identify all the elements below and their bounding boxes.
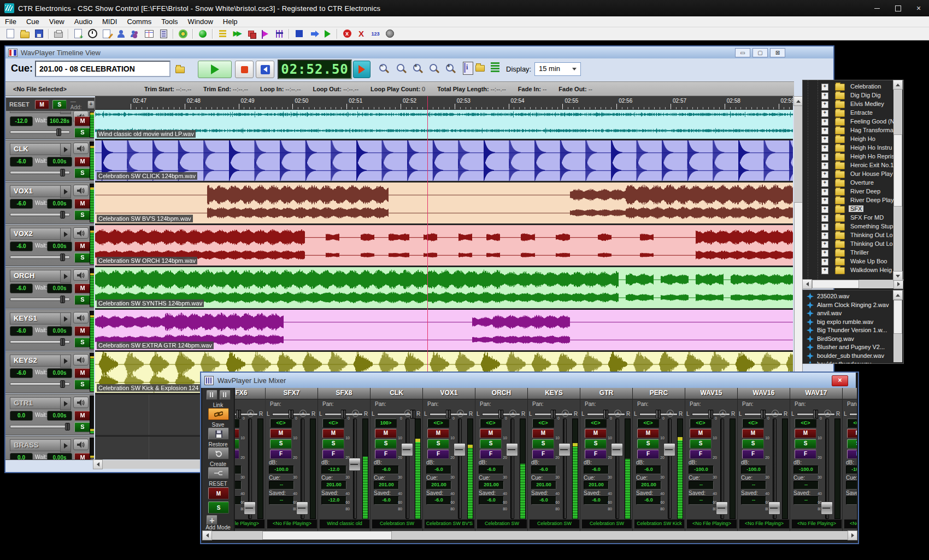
track-expand-button[interactable]: [60, 397, 71, 410]
meter-mute-icon[interactable]: ×: [404, 410, 411, 417]
tree-item[interactable]: +Our House Play: [803, 170, 903, 179]
meter-mute-icon[interactable]: ×: [562, 410, 569, 417]
open-folder-button[interactable]: [475, 63, 485, 74]
toolbar-new-cue-button[interactable]: [72, 28, 85, 39]
strip-solo-button[interactable]: S: [270, 439, 292, 449]
db-value[interactable]: -100.0: [689, 465, 714, 474]
expand-icon[interactable]: +: [821, 223, 828, 231]
strip-solo-button[interactable]: S: [532, 439, 554, 449]
toolbar-fast-forward-button[interactable]: ▶▶: [230, 28, 243, 39]
strip-mute-button[interactable]: M: [427, 429, 449, 438]
tree-item[interactable]: +SFX: [803, 205, 903, 214]
strip-mute-button[interactable]: M: [847, 429, 857, 438]
open-cue-button[interactable]: [173, 62, 187, 76]
fader-handle[interactable]: [768, 502, 780, 515]
expand-icon[interactable]: +: [821, 101, 828, 108]
wait-value[interactable]: 0.00s: [47, 368, 72, 378]
expand-icon[interactable]: +: [821, 180, 828, 187]
speaker-button[interactable]: [73, 439, 89, 450]
mute-button[interactable]: M: [74, 241, 91, 251]
toolbar-cue-grid-button[interactable]: [143, 28, 156, 39]
fader-handle[interactable]: [349, 458, 361, 471]
tree-item[interactable]: +River Deep: [803, 187, 903, 196]
db-value[interactable]: -100.0: [846, 465, 857, 474]
strip-solo-button[interactable]: S: [637, 439, 659, 449]
toolbar-layers-button[interactable]: [244, 28, 257, 39]
fader-handle[interactable]: [821, 502, 833, 515]
mute-button[interactable]: M: [74, 453, 91, 460]
tree-item[interactable]: +Hag Transforma: [803, 126, 903, 135]
file-list-item[interactable]: Big Thunder Version 1.w...: [803, 326, 903, 334]
toolbar-open-file-button[interactable]: [18, 28, 31, 39]
db-value[interactable]: --: [235, 465, 242, 474]
mute-button[interactable]: M: [74, 157, 91, 167]
expand-icon[interactable]: +: [821, 232, 828, 239]
toolbar-faders-button[interactable]: [273, 28, 286, 39]
meter-mute-icon[interactable]: ×: [719, 410, 726, 417]
expand-icon[interactable]: +: [821, 162, 828, 169]
track-expand-button[interactable]: [60, 313, 71, 326]
menu-cue[interactable]: Cue: [21, 17, 44, 26]
expand-icon[interactable]: +: [821, 250, 828, 257]
track-name[interactable]: KEYS2: [10, 355, 64, 367]
tree-item[interactable]: +Overture: [803, 179, 903, 187]
pan-value-button[interactable]: <C>: [532, 418, 554, 428]
tree-item[interactable]: +Wake Up Boo: [803, 257, 903, 266]
strip-mute-button[interactable]: M: [795, 429, 816, 438]
wait-value[interactable]: 0.00s: [47, 157, 72, 167]
strip-fade-button[interactable]: F: [270, 450, 292, 459]
strip-solo-button[interactable]: S: [322, 439, 344, 449]
gain-value[interactable]: -6.0: [10, 368, 33, 378]
menu-tools[interactable]: Tools: [156, 17, 183, 26]
gain-value[interactable]: -12.0: [10, 116, 33, 126]
tree-hscroll-thumb[interactable]: [812, 280, 859, 288]
strip-mute-button[interactable]: M: [375, 429, 397, 438]
pan-value-button[interactable]: <C>: [690, 418, 712, 428]
gain-slider[interactable]: [10, 169, 69, 175]
expand-icon[interactable]: +: [821, 119, 828, 126]
mixer-reset-mute-button[interactable]: M: [208, 487, 229, 499]
solo-button[interactable]: S: [74, 295, 91, 305]
file-list-item[interactable]: Blusher and Pugsey V2...: [803, 343, 903, 351]
tree-item[interactable]: +SFX For MD: [803, 214, 903, 222]
fader-handle[interactable]: [244, 502, 256, 515]
slider-handle[interactable]: [65, 423, 70, 431]
fader-handle[interactable]: [716, 502, 728, 515]
meter-mute-icon[interactable]: ×: [247, 410, 254, 417]
gain-slider[interactable]: [10, 254, 69, 260]
expand-icon[interactable]: +: [821, 127, 828, 134]
gain-slider[interactable]: [10, 128, 69, 135]
pause-group-button[interactable]: [220, 390, 231, 400]
strip-solo-button[interactable]: S: [742, 439, 764, 449]
gain-value[interactable]: -6.0: [10, 326, 33, 336]
mixer-scroll-right-button[interactable]: [848, 530, 857, 540]
db-value[interactable]: -6.0: [374, 465, 399, 474]
monitor-button[interactable]: [256, 61, 274, 78]
speaker-button[interactable]: [73, 185, 89, 196]
strip-fade-button[interactable]: F: [742, 450, 764, 459]
toolbar-new-file-button[interactable]: [4, 28, 17, 39]
meter-mute-icon[interactable]: ×: [614, 410, 621, 417]
mixer-reset-solo-button[interactable]: S: [208, 502, 229, 514]
tree-item[interactable]: +Heigh Ho: [803, 135, 903, 144]
gain-value[interactable]: -6.0: [10, 199, 33, 209]
file-list-item[interactable]: anvil.wav: [803, 309, 903, 317]
zoom-fit-button[interactable]: [428, 63, 440, 75]
wait-value[interactable]: 0.00s: [47, 326, 72, 336]
cue-input[interactable]: [35, 61, 170, 77]
expand-icon[interactable]: +: [821, 215, 828, 222]
tree-scroll-up-button[interactable]: [893, 80, 903, 90]
gain-value[interactable]: -6.0: [10, 241, 33, 251]
slider-handle[interactable]: [60, 380, 65, 388]
scroll-left-button[interactable]: [93, 459, 103, 469]
timeline-close-button[interactable]: ⊠: [770, 48, 785, 57]
toolbar-goto-top-button[interactable]: [292, 28, 305, 39]
file-list-item[interactable]: 235020.wav: [803, 292, 903, 300]
pan-value-button[interactable]: 100>: [375, 418, 397, 428]
toolbar-save-file-button[interactable]: [32, 28, 45, 39]
reset-solo-button[interactable]: S: [52, 100, 67, 109]
fader-handle[interactable]: [454, 443, 466, 456]
fader-handle[interactable]: [296, 502, 308, 515]
solo-button[interactable]: S: [74, 168, 91, 178]
expand-icon[interactable]: +: [821, 171, 828, 178]
